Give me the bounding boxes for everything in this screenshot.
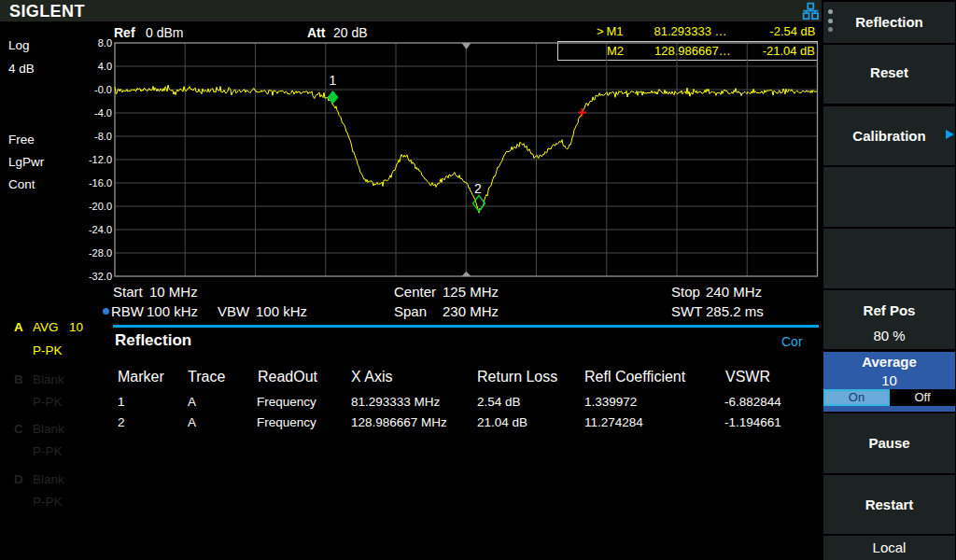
- svg-text:1: 1: [330, 73, 337, 88]
- svg-text:2: 2: [474, 181, 482, 196]
